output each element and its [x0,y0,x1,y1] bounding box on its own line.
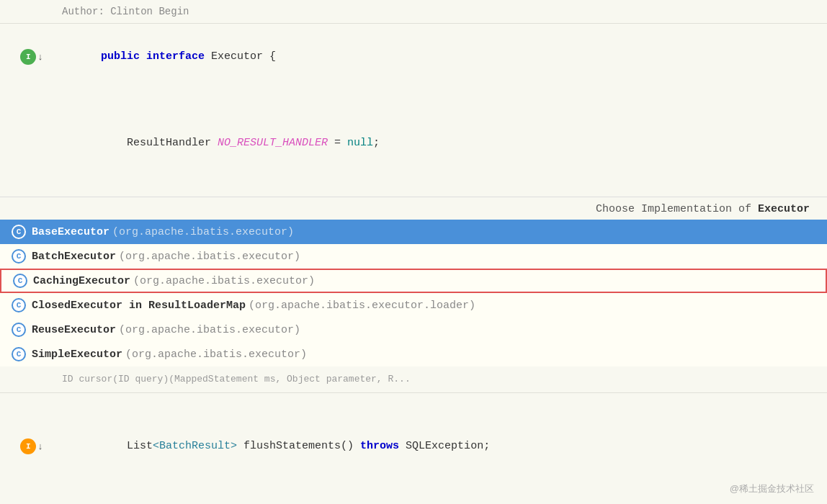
class-name-SimpleExecutor: SimpleExecutor [32,348,122,361]
flush-method: flushStatements() [237,440,360,452]
code-result-handler: ResultHandler NO_RESULT_HANDLER = null; [50,110,827,176]
line-empty-1 [0,90,827,110]
keyword-throws-1: throws [360,440,399,452]
author-line: Author: Clinton Begin [0,0,827,24]
class-icon-BaseExecutor: C [12,225,26,239]
gutter-1: I ↓ [0,49,50,65]
line-empty-4 [0,480,827,500]
popup-item-SimpleExecutor[interactable]: C SimpleExecutor (org.apache.ibatis.exec… [0,342,827,366]
truncated-code: ID cursor(ID query)(MappedStatement ms, … [50,366,827,392]
class-icon-SimpleExecutor: C [12,347,26,361]
arrow-icon-flush: ↓ [37,441,43,452]
class-icon-ClosedExecutor: C [12,298,26,312]
class-name-BatchExecutor: BatchExecutor [32,251,116,263]
gutter-icon-I: I [20,49,36,65]
line-public-interface: I ↓ public interface Executor { [0,24,827,90]
truncated-line: ID cursor(ID query)(MappedStatement ms, … [0,366,827,393]
line-empty-2 [0,176,827,197]
gutter-icon-flush: I [20,438,36,454]
result-handler-text: ResultHandler [101,137,218,149]
class-name-ClosedExecutor: ClosedExecutor in ResultLoaderMap [32,300,246,312]
keyword-interface: interface [146,50,205,63]
pkg-SimpleExecutor: (org.apache.ibatis.executor) [125,348,307,361]
popup-list: C BaseExecutor (org.apache.ibatis.execut… [0,220,827,366]
arrow-icon-1: ↓ [37,52,43,63]
class-name-ReuseExecutor: ReuseExecutor [32,324,116,336]
list-text: List [101,440,153,452]
popup-item-BaseExecutor[interactable]: C BaseExecutor (org.apache.ibatis.execut… [0,220,827,244]
semicolon-1: ; [373,137,380,149]
popup-header-bold: Executor [758,203,810,215]
equals-text: = [328,137,347,149]
pkg-CachingExecutor: (org.apache.ibatis.executor) [133,275,315,287]
class-icon-CachingExecutor: C [13,274,27,288]
code-flush: List<BatchResult> flushStatements() thro… [50,413,827,480]
sql-exception-1: SQLException; [399,440,490,452]
line-commit: I ↓ void commit(boolean required) throws… [0,500,827,504]
no-result-handler: NO_RESULT_HANDLER [218,137,328,149]
popup-header-text: Choose Implementation of [596,203,758,215]
popup-item-ReuseExecutor[interactable]: C ReuseExecutor (org.apache.ibatis.execu… [0,318,827,342]
popup-item-ClosedExecutor[interactable]: C ClosedExecutor in ResultLoaderMap (org… [0,293,827,318]
code-line-1: public interface Executor { [50,24,827,90]
pkg-ClosedExecutor: (org.apache.ibatis.executor.loader) [249,300,475,312]
pkg-BaseExecutor: (org.apache.ibatis.executor) [112,226,294,238]
null-value: null [347,137,373,149]
popup-header: Choose Implementation of Executor [0,197,827,220]
batch-result-type: <BatchResult> [153,440,237,452]
line-flush-statements: I ↓ List<BatchResult> flushStatements() … [0,413,827,480]
popup-item-BatchExecutor[interactable]: C BatchExecutor (org.apache.ibatis.execu… [0,244,827,269]
line-empty-3 [0,393,827,413]
pkg-BatchExecutor: (org.apache.ibatis.executor) [119,251,300,263]
code-commit: void commit(boolean required) throws SQL… [50,500,827,504]
author-text: Author: Clinton Begin [62,6,189,17]
pkg-ReuseExecutor: (org.apache.ibatis.executor) [119,324,300,336]
watermark-text: @稀土掘金技术社区 [730,483,814,494]
code-executor-brace: Executor { [205,50,276,63]
gutter-flush: I ↓ [0,438,50,454]
class-icon-ReuseExecutor: C [12,323,26,337]
watermark: @稀土掘金技术社区 [730,482,814,495]
class-name-CachingExecutor: CachingExecutor [33,275,130,287]
keyword-public: public [101,50,146,63]
editor-area: Author: Clinton Begin I ↓ public interfa… [0,0,827,504]
class-icon-BatchExecutor: C [12,249,26,264]
popup-item-CachingExecutor[interactable]: C CachingExecutor (org.apache.ibatis.exe… [0,269,827,293]
class-name-BaseExecutor: BaseExecutor [32,226,109,238]
truncated-text: ID cursor(ID query)(MappedStatement ms, … [62,374,411,384]
line-result-handler: ResultHandler NO_RESULT_HANDLER = null; [0,110,827,176]
